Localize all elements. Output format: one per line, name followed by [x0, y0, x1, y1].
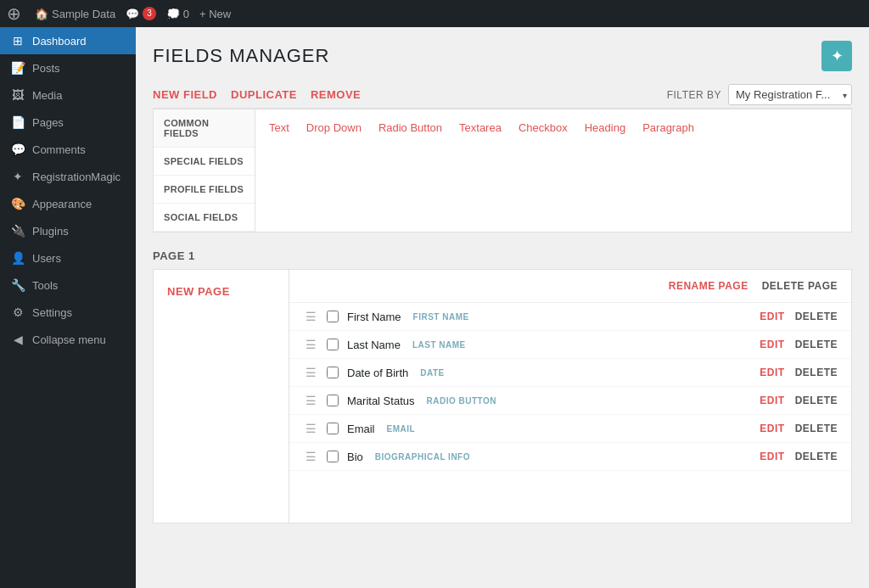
edit-button-email[interactable]: EDIT	[760, 423, 784, 434]
field-checkbox-lastname[interactable]	[327, 339, 339, 350]
dashboard-icon: ⊞	[10, 34, 25, 48]
sidebar-item-posts[interactable]: 📝 Posts	[0, 54, 136, 81]
remove-button[interactable]: REMOVE	[311, 81, 374, 108]
delete-page-button[interactable]: DELETE PAGE	[762, 280, 838, 292]
field-row-actions-bio: EDIT DELETE	[760, 451, 838, 462]
sidebar-item-tools[interactable]: 🔧 Tools	[0, 272, 136, 299]
delete-button-lastname[interactable]: DELETE	[795, 339, 838, 350]
field-checkbox-email[interactable]	[327, 423, 339, 434]
delete-button-marital[interactable]: DELETE	[795, 395, 838, 406]
drag-handle-icon[interactable]: ☰	[303, 450, 318, 463]
filter-select[interactable]: My Registration F...	[728, 84, 852, 105]
new-field-button[interactable]: NEW FIELD	[153, 81, 231, 108]
page-section-label: PAGE 1	[153, 249, 852, 262]
wp-logo-icon[interactable]: ⊕	[7, 3, 21, 24]
drag-handle-icon[interactable]: ☰	[303, 366, 318, 379]
field-type-badge-dob: DATE	[420, 368, 444, 378]
plugins-icon: 🔌	[10, 224, 25, 238]
field-type-textarea[interactable]: Textarea	[459, 120, 502, 136]
field-type-radio-button[interactable]: Radio Button	[378, 120, 442, 136]
field-label-lastname: Last Name	[347, 339, 401, 351]
field-checkbox-firstname[interactable]	[327, 311, 339, 322]
page-title: FIELDS MANAGER	[153, 45, 329, 67]
field-checkbox-dob[interactable]	[327, 367, 339, 378]
field-type-badge-bio: BIOGRAPHICAL INFO	[375, 452, 470, 462]
posts-icon: 📝	[10, 61, 25, 75]
edit-button-lastname[interactable]: EDIT	[760, 339, 784, 350]
page-actions: RENAME PAGE DELETE PAGE	[289, 270, 851, 303]
field-checkbox-bio[interactable]	[327, 451, 339, 462]
rename-page-button[interactable]: RENAME PAGE	[669, 280, 748, 292]
sidebar-item-plugins[interactable]: 🔌 Plugins	[0, 217, 136, 244]
sidebar-item-appearance[interactable]: 🎨 Appearance	[0, 190, 136, 217]
field-type-text[interactable]: Text	[269, 120, 289, 136]
comments-badge: 3	[143, 7, 156, 20]
layout: ⊞ Dashboard 📝 Posts 🖼 Media 📄 Pages 💬 Co…	[0, 27, 869, 588]
page-right-panel: RENAME PAGE DELETE PAGE ☰ First Name FIR…	[289, 270, 851, 523]
media-icon: 🖼	[10, 88, 25, 102]
sidebar-item-settings[interactable]: ⚙ Settings	[0, 299, 136, 326]
drag-handle-icon[interactable]: ☰	[303, 422, 318, 435]
drag-handle-icon[interactable]: ☰	[303, 310, 318, 323]
category-social-fields[interactable]: SOCIAL FIELDS	[154, 204, 255, 232]
table-row: ☰ Email EMAIL EDIT DELETE	[289, 415, 851, 443]
new-content-link[interactable]: + New	[199, 8, 231, 20]
tools-icon: 🔧	[10, 278, 25, 292]
delete-button-dob[interactable]: DELETE	[795, 367, 838, 378]
filter-select-wrapper: My Registration F... ▾	[728, 84, 852, 105]
table-row: ☰ Last Name LAST NAME EDIT DELETE	[289, 331, 851, 359]
feedback-link[interactable]: 💭 0	[166, 8, 189, 20]
page-section: NEW PAGE RENAME PAGE DELETE PAGE ☰ First…	[153, 269, 852, 524]
comment-bubble-icon: 💬	[126, 8, 139, 20]
sidebar-item-comments[interactable]: 💬 Comments	[0, 136, 136, 163]
fields-category-sidebar: COMMON FIELDS SPECIAL FIELDS PROFILE FIE…	[154, 109, 255, 232]
site-name[interactable]: 🏠 Sample Data	[35, 8, 115, 20]
filter-by-label: FILTER BY	[667, 89, 721, 101]
field-type-paragraph[interactable]: Paragraph	[642, 120, 694, 136]
delete-button-bio[interactable]: DELETE	[795, 451, 838, 462]
edit-button-firstname[interactable]: EDIT	[760, 311, 784, 322]
field-type-heading[interactable]: Heading	[585, 120, 625, 136]
sidebar-item-dashboard[interactable]: ⊞ Dashboard	[0, 27, 136, 54]
field-row-actions-firstname: EDIT DELETE	[760, 311, 838, 322]
delete-button-firstname[interactable]: DELETE	[795, 311, 838, 322]
sidebar-item-users[interactable]: 👤 Users	[0, 244, 136, 272]
drag-handle-icon[interactable]: ☰	[303, 394, 318, 407]
duplicate-button[interactable]: DUPLICATE	[231, 81, 311, 108]
users-icon: 👤	[10, 251, 25, 265]
table-row: ☰ Marital Status RADIO BUTTON EDIT DELET…	[289, 387, 851, 415]
page-left-panel: NEW PAGE	[154, 270, 289, 523]
sidebar-item-pages[interactable]: 📄 Pages	[0, 109, 136, 136]
field-types-row: Text Drop Down Radio Button Textarea Che…	[269, 120, 838, 136]
settings-icon: ⚙	[10, 305, 25, 319]
registrationmagic-icon: ✦	[10, 170, 25, 183]
sidebar-item-media[interactable]: 🖼 Media	[0, 81, 136, 109]
page-header: FIELDS MANAGER ✦	[153, 41, 852, 71]
appearance-icon: 🎨	[10, 197, 25, 210]
category-special-fields[interactable]: SPECIAL FIELDS	[154, 148, 255, 176]
fields-type-list: Text Drop Down Radio Button Textarea Che…	[255, 109, 851, 232]
collapse-icon: ◀	[10, 333, 25, 346]
category-common-fields[interactable]: COMMON FIELDS	[154, 109, 255, 148]
top-bar: ⊕ 🏠 Sample Data 💬 3 💭 0 + New	[0, 0, 869, 27]
edit-button-bio[interactable]: EDIT	[760, 451, 784, 462]
sidebar-item-collapse[interactable]: ◀ Collapse menu	[0, 326, 136, 353]
drag-handle-icon[interactable]: ☰	[303, 338, 318, 351]
table-row: ☰ Date of Birth DATE EDIT DELETE	[289, 359, 851, 387]
edit-button-marital[interactable]: EDIT	[760, 395, 784, 406]
category-profile-fields[interactable]: PROFILE FIELDS	[154, 176, 255, 204]
delete-button-email[interactable]: DELETE	[795, 423, 838, 434]
plugin-icon-box: ✦	[821, 41, 852, 71]
comments-link[interactable]: 💬 3	[126, 7, 156, 20]
field-label-firstname: First Name	[347, 311, 401, 323]
field-type-badge-lastname: LAST NAME	[412, 340, 466, 350]
action-bar: NEW FIELD DUPLICATE REMOVE FILTER BY My …	[153, 81, 852, 109]
field-type-checkbox[interactable]: Checkbox	[519, 120, 568, 136]
sidebar-item-registrationmagic[interactable]: ✦ RegistrationMagic	[0, 163, 136, 190]
comments-nav-icon: 💬	[10, 143, 25, 156]
new-page-button[interactable]: NEW PAGE	[167, 285, 230, 298]
field-label-marital: Marital Status	[347, 395, 414, 407]
field-checkbox-marital[interactable]	[327, 395, 339, 406]
field-type-dropdown[interactable]: Drop Down	[306, 120, 362, 136]
edit-button-dob[interactable]: EDIT	[760, 367, 784, 378]
